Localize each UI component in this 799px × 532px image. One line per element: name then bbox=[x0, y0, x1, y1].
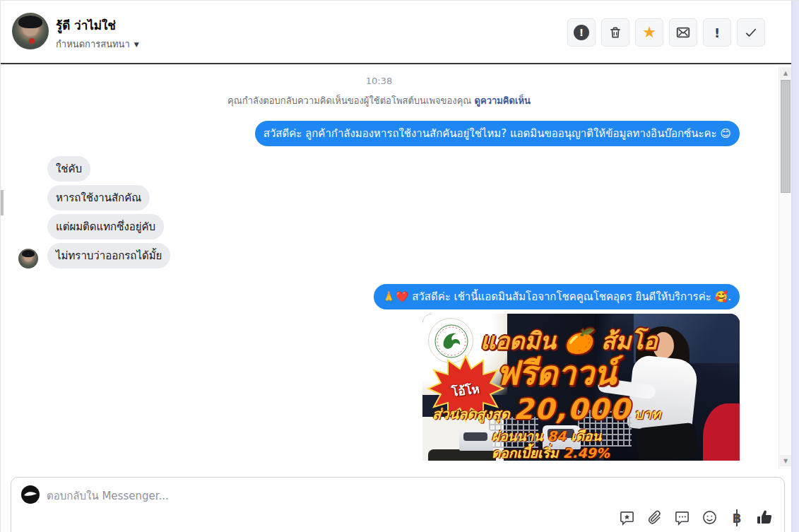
chat-scrollbar[interactable]: ▲ ▼ bbox=[779, 66, 791, 469]
message-row: แต่ผมติดแทกซึ่งอยู่คับ bbox=[18, 214, 740, 240]
chevron-down-icon: ▼ bbox=[134, 41, 139, 48]
incoming-message-bubble[interactable]: ไม่ทราบว่าออกรถได้มั้ย bbox=[47, 243, 170, 268]
reply-input[interactable]: ตอบกลับใน Messenger... bbox=[47, 487, 169, 504]
promo-headline: ฟรีดาวน์ bbox=[496, 347, 616, 398]
scroll-down-arrow[interactable]: ▼ bbox=[780, 455, 791, 466]
contact-avatar[interactable] bbox=[12, 13, 49, 49]
message-row: 🙏❤️ สวัสดีค่ะ เช้านี้แอดมินส้มโอจากโชคคู… bbox=[18, 284, 740, 309]
outgoing-message-bubble[interactable]: 🙏❤️ สวัสดีค่ะ เช้านี้แอดมินส้มโอจากโชคคู… bbox=[374, 284, 740, 309]
scroll-up-arrow[interactable]: ▲ bbox=[780, 67, 791, 78]
contact-name: รู้ดี ว่าไม่ใช่ bbox=[56, 16, 116, 35]
term-prefix: ผ่อนนาน bbox=[492, 428, 543, 444]
like-button[interactable] bbox=[756, 510, 773, 527]
reply-input-container[interactable]: ตอบกลับใน Messenger... bbox=[11, 477, 785, 532]
schedule-label: กำหนดการสนทนา bbox=[56, 37, 130, 52]
incoming-message-bubble[interactable]: แต่ผมติดแทกซึ่งอยู่คับ bbox=[47, 214, 164, 240]
comment-ellipsis-icon bbox=[674, 509, 690, 528]
discount-value: 20,000 bbox=[514, 393, 631, 425]
messenger-inbox-window: รู้ดี ว่าไม่ใช่ กำหนดการสนทนา ▼ ! ★ bbox=[0, 0, 799, 532]
payment-button[interactable]: B bbox=[728, 510, 745, 527]
outgoing-message-bubble[interactable]: สวัสดีค่ะ ลูกค้ากำลังมองหารถใช้งานสักคัน… bbox=[255, 121, 740, 146]
interest-prefix: ดอกเบี้ยเริ่ม bbox=[492, 445, 558, 461]
message-row: แอดมิน 🍊 ส้มโอ โอ้โห ฟรีดาวน์ ส่วนลดสูงส… bbox=[18, 314, 740, 461]
contact-mini-avatar[interactable] bbox=[18, 249, 38, 268]
avatar-slot bbox=[18, 249, 38, 268]
promo-interest-line: ดอกเบี้ยเริ่ม 2.49% bbox=[492, 442, 610, 461]
envelope-x-icon bbox=[675, 25, 691, 40]
paperclip-icon bbox=[646, 509, 663, 528]
check-icon bbox=[744, 25, 758, 40]
circle-exclamation-icon: ! bbox=[574, 25, 589, 40]
system-message-text: คุณกำลังตอบกลับความคิดเห็นของผู้ใช้ต่อโพ… bbox=[227, 95, 471, 106]
baht-icon: B bbox=[732, 512, 742, 526]
emoji-button[interactable] bbox=[701, 510, 718, 527]
star-button[interactable]: ★ bbox=[635, 18, 663, 47]
composer-area: ตอบกลับใน Messenger... bbox=[1, 471, 792, 532]
trash-icon bbox=[608, 25, 622, 40]
composer-actions: B bbox=[618, 510, 773, 527]
interest-value: 2.49% bbox=[563, 445, 610, 461]
promo-discount-line: ส่วนลดสูงสุด 20,000 บาท bbox=[432, 393, 661, 425]
timestamp: 10:38 bbox=[18, 76, 740, 86]
red-seat bbox=[703, 403, 740, 461]
saved-replies-button[interactable] bbox=[618, 510, 635, 527]
discount-unit: บาท bbox=[634, 406, 661, 422]
emoji-smiley-icon bbox=[702, 509, 718, 528]
window-edge-strip bbox=[791, 1, 799, 532]
mark-done-button[interactable] bbox=[737, 18, 765, 47]
attach-file-button[interactable] bbox=[646, 510, 663, 527]
saved-replies-icon bbox=[619, 509, 635, 528]
message-row: ใช่คับ bbox=[18, 156, 740, 182]
message-row: สวัสดีค่ะ ลูกค้ากำลังมองหารถใช้งานสักคัน… bbox=[18, 121, 740, 146]
message-thread[interactable]: 10:38 คุณกำลังตอบกลับความคิดเห็นของผู้ใช… bbox=[1, 66, 780, 471]
view-comment-link[interactable]: ดูความคิดเห็น bbox=[475, 95, 531, 106]
left-scroll-indicator bbox=[1, 190, 4, 215]
star-icon: ★ bbox=[642, 25, 656, 40]
message-row: หารถใช้งานสักคัณ bbox=[18, 185, 740, 211]
incoming-message-bubble[interactable]: หารถใช้งานสักคัณ bbox=[47, 185, 150, 211]
conversation-header: รู้ดี ว่าไม่ใช่ กำหนดการสนทนา ▼ ! ★ bbox=[1, 1, 792, 64]
mark-unread-button[interactable] bbox=[669, 18, 697, 47]
exclamation-icon: ! bbox=[714, 25, 720, 40]
message-row: ไม่ทราบว่าออกรถได้มั้ย bbox=[18, 243, 740, 268]
conversation-schedule-dropdown[interactable]: กำหนดการสนทนา ▼ bbox=[56, 37, 139, 52]
discount-label: ส่วนลดสูงสุด bbox=[432, 406, 510, 422]
presenter-pants bbox=[636, 422, 699, 461]
mark-important-button[interactable]: ! bbox=[703, 18, 731, 47]
comment-button[interactable] bbox=[673, 510, 690, 527]
report-button[interactable]: ! bbox=[567, 18, 596, 47]
delete-button[interactable] bbox=[601, 18, 629, 47]
system-message: คุณกำลังตอบกลับความคิดเห็นของผู้ใช้ต่อโพ… bbox=[18, 93, 740, 108]
page-avatar bbox=[21, 485, 40, 504]
thumbs-up-icon bbox=[756, 509, 773, 528]
promo-image-attachment[interactable]: แอดมิน 🍊 ส้มโอ โอ้โห ฟรีดาวน์ ส่วนลดสูงส… bbox=[422, 314, 740, 461]
incoming-message-bubble[interactable]: ใช่คับ bbox=[47, 156, 90, 182]
conversation-toolbar: ! ★ bbox=[567, 18, 765, 47]
scrollbar-thumb[interactable] bbox=[781, 80, 791, 193]
term-value: 84 bbox=[548, 428, 566, 444]
term-suffix: เดือน bbox=[571, 428, 601, 444]
